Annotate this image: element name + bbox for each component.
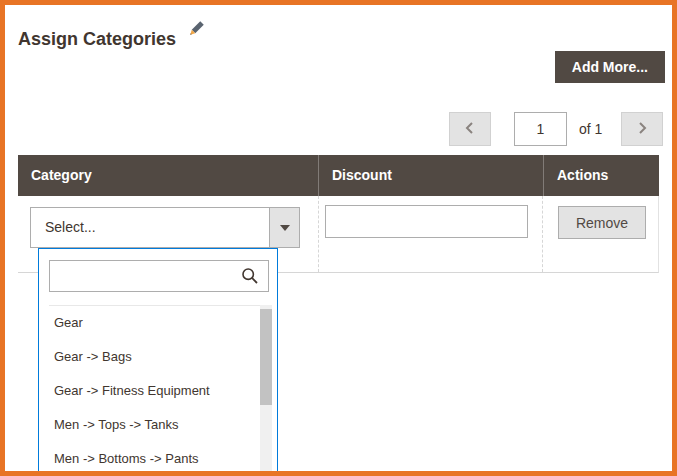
page-count-label: of 1	[579, 112, 602, 146]
prev-page-button[interactable]	[449, 112, 491, 146]
next-page-button[interactable]	[621, 112, 663, 146]
add-more-button[interactable]: Add More...	[555, 51, 665, 83]
category-option[interactable]: Gear -> Bags	[39, 340, 257, 374]
category-option[interactable]: Men -> Tops -> Tanks	[39, 408, 257, 442]
page-number-input[interactable]	[514, 112, 567, 146]
dropdown-scrollbar-track[interactable]	[260, 305, 272, 476]
table-header: Category Discount Actions	[18, 155, 659, 196]
column-header-discount: Discount	[318, 155, 543, 196]
remove-button[interactable]: Remove	[558, 206, 646, 239]
column-header-actions: Actions	[543, 155, 659, 196]
caret-down-icon	[280, 225, 290, 231]
category-option-list: Gear Gear -> Bags Gear -> Fitness Equipm…	[39, 306, 257, 476]
category-dropdown-panel: Gear Gear -> Bags Gear -> Fitness Equipm…	[38, 248, 278, 476]
column-header-category: Category	[18, 155, 318, 196]
category-option[interactable]: Gear -> Fitness Equipment	[39, 374, 257, 408]
chevron-right-icon	[635, 121, 649, 138]
discount-input[interactable]	[325, 205, 528, 238]
category-select-value: Select...	[45, 208, 265, 247]
category-select[interactable]: Select...	[30, 207, 300, 248]
dropdown-scrollbar-thumb[interactable]	[260, 309, 272, 405]
edit-pencil-icon[interactable]	[186, 19, 206, 39]
category-search-input[interactable]	[49, 260, 269, 292]
category-select-toggle[interactable]	[269, 208, 299, 247]
category-option[interactable]: Gear	[39, 306, 257, 340]
chevron-left-icon	[463, 121, 477, 138]
magnifier-icon[interactable]	[241, 267, 259, 285]
page-title: Assign Categories	[18, 29, 176, 50]
assign-categories-panel: { "page": { "title": "Assign Categories"…	[0, 0, 677, 476]
category-option[interactable]: Men -> Bottoms -> Pants	[39, 442, 257, 476]
